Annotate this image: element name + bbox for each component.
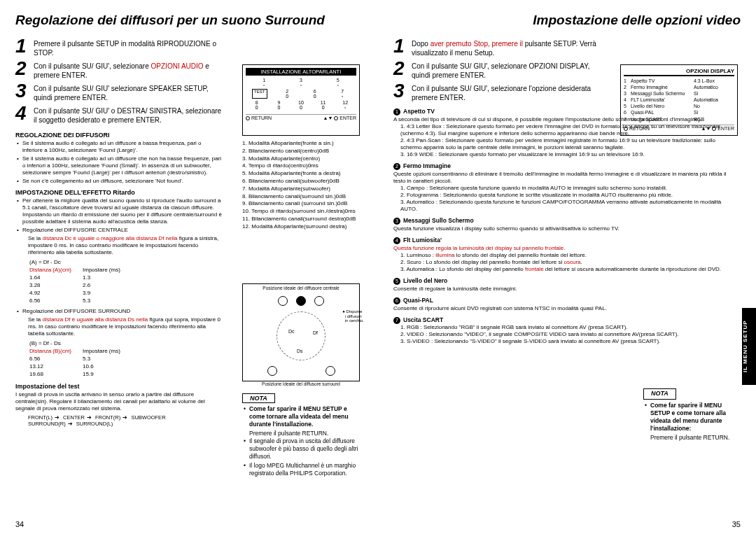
modes-list: 1. Modalità Altoparlante(fronte a sin.) … xyxy=(242,140,360,231)
step-number: 3 xyxy=(393,83,412,102)
step-text: Dopo aver premuto Stop, premere il pulsa… xyxy=(412,38,603,57)
section-tab: IL MENU SETUP xyxy=(742,308,756,385)
speaker-icon xyxy=(314,296,324,306)
circled-number: 5 xyxy=(393,278,400,285)
speaker-icon xyxy=(267,366,277,376)
step-number: 1 xyxy=(393,38,412,57)
return-icon xyxy=(624,127,628,131)
steps-right: 1Dopo aver premuto Stop, premere il puls… xyxy=(393,38,603,102)
step-number: 1 xyxy=(15,38,34,57)
nota-label: NOTA xyxy=(643,388,676,400)
section-heading: IMPOSTAZIONE DELL'EFFETTO Ritardo xyxy=(15,189,223,196)
distance-table-b: (B) = Df - Ds Distanza (B)(cm)Impostare … xyxy=(28,339,132,379)
circled-number: 6 xyxy=(393,297,400,304)
arrow-icon: ➔ xyxy=(122,414,127,421)
step-text: Con il pulsante SU/ GIU' selezionare SPE… xyxy=(34,83,223,102)
step-number: 3 xyxy=(15,83,34,102)
return-icon xyxy=(246,116,250,120)
step-number: 4 xyxy=(15,105,34,125)
signal-chain: FRONT(L)➔ CENTER➔ FRONT(R)➔ SUBWOOFER SU… xyxy=(28,414,223,427)
speaker-icon xyxy=(326,366,335,376)
step-text: Con il pulsante SU/ GIU', selezionare OP… xyxy=(412,60,603,80)
right-page: Impostazione delle opzioni video 1Dopo a… xyxy=(378,0,756,534)
bullet: Se il sistema audio è collegato ad un di… xyxy=(15,140,223,154)
left-page: Regolazione dei diffusori per un suono S… xyxy=(0,0,378,534)
body-text: I segnali di prova in uscita arrivano in… xyxy=(15,391,223,412)
sub-heading: Regolazione del DIFFUSORE SURROUND xyxy=(15,308,223,315)
page-number: 35 xyxy=(732,520,741,528)
page-number: 34 xyxy=(15,520,24,528)
display-options-panel: OPZIONI DISPLAY 1Aspetto TV4:3 L-Box 2Fe… xyxy=(620,64,738,136)
body-text: Se la distanza Df è uguale alla distanza… xyxy=(15,316,223,337)
circled-number: 4 xyxy=(393,237,400,244)
panel-header: INSTALLAZIONE ALTOPARLANTI xyxy=(246,68,356,76)
circled-number: 1 xyxy=(393,108,400,115)
nota-block-left: NOTA Come far sparire il MENU SETUP e co… xyxy=(242,393,360,479)
nota-block-right: NOTA Come far sparire il MENU SETUP e co… xyxy=(643,388,738,442)
listener-circle: Dc Df Ds ● Disporre i diffusori in cerch… xyxy=(276,311,326,360)
bullet: Se il sistema audio è collegato ad un di… xyxy=(15,155,223,176)
distance-table-a: (A) = Df - Dc Distanza (A)(cm)Impostare … xyxy=(28,258,132,305)
step-number: 2 xyxy=(15,60,34,80)
panel-header: OPZIONI DISPLAY xyxy=(624,68,734,76)
section-heading: Impostazione del test xyxy=(15,383,223,390)
body-text: Se la distanza Dc è uguale o maggiore al… xyxy=(15,235,223,256)
sub-heading: Regolazione del DIFFUSORE CENTRALE xyxy=(15,227,223,234)
arrow-icon: ➔ xyxy=(87,414,92,421)
arrow-icon: ➔ xyxy=(68,421,73,427)
speaker-diagram: Posizione ideale del diffusore centrale … xyxy=(242,283,360,381)
bullet: Per ottenere la migliore qualità del suo… xyxy=(15,197,223,225)
page-title-right: Impostazione delle opzioni video xyxy=(393,13,741,28)
speaker-icon xyxy=(296,296,306,306)
enter-icon xyxy=(334,116,338,120)
nota-label: NOTA xyxy=(242,393,275,403)
speaker-setup-panel: INSTALLAZIONE ALTOPARLANTI 1▫3▫5▫ TEST20… xyxy=(242,64,360,136)
step-text: Premere il pulsante SETUP in modalità RI… xyxy=(34,38,223,57)
circled-number: 3 xyxy=(393,218,400,225)
enter-icon xyxy=(712,127,716,131)
section-heading: REGOLAZIONE DEI DIFFUSORI xyxy=(15,132,223,139)
page-title-left: Regolazione dei diffusori per un suono S… xyxy=(15,13,363,28)
step-text: Con il pulsante SU/ GIU', selezionare l'… xyxy=(412,83,603,102)
step-text: Con il pulsante SU/ GIU' o DESTRA/ SINIS… xyxy=(34,105,223,125)
bullet: Se non c'è collegamento ad un diffusore,… xyxy=(15,178,223,185)
step-text: Con il pulsante SU/ GIU', selezionare OP… xyxy=(34,60,223,80)
speaker-icon xyxy=(278,296,288,306)
circled-number: 2 xyxy=(393,163,400,170)
steps-left: 1Premere il pulsante SETUP in modalità R… xyxy=(15,38,223,125)
circled-number: 7 xyxy=(393,317,400,324)
step-number: 2 xyxy=(393,60,412,80)
options-detail: 1Aspetto TV A seconda del tipo di televi… xyxy=(393,108,729,345)
arrow-icon: ➔ xyxy=(55,414,59,421)
